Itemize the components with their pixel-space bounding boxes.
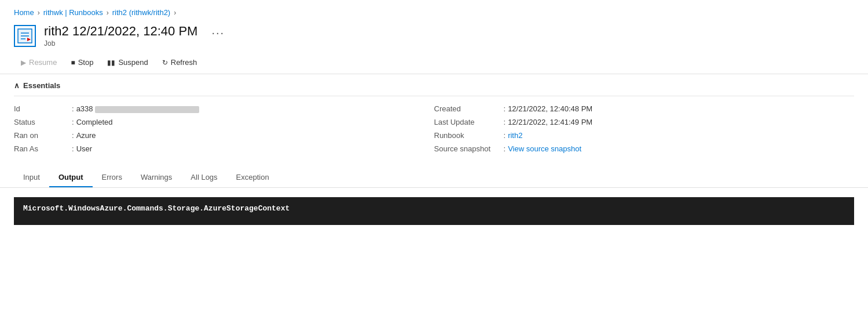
essentials-label-status: Status	[14, 118, 72, 126]
more-options-button[interactable]: ···	[211, 26, 225, 39]
essentials-row-runbook: Runbook : rith2	[434, 129, 855, 142]
essentials-sep-lastupdate: :	[504, 118, 506, 126]
stop-label: Stop	[78, 58, 94, 67]
essentials-label-id: Id	[14, 104, 72, 113]
tabs-bar: Input Output Errors Warnings All Logs Ex…	[0, 167, 868, 188]
essentials-left: Id : a338 Status : Completed Ran on : Az…	[14, 102, 434, 155]
essentials-value-lastupdate: 12/21/2022, 12:41:49 PM	[508, 118, 592, 126]
essentials-label-lastupdate: Last Update	[434, 118, 504, 126]
refresh-button[interactable]: ↻ Refresh	[155, 56, 204, 69]
resume-icon: ▶	[21, 59, 26, 67]
essentials-sep-ranon: :	[72, 131, 74, 140]
essentials-sep-ranas: :	[72, 144, 74, 153]
essentials-row-ranon: Ran on : Azure	[14, 129, 434, 142]
breadcrumb-sep-1: ›	[38, 9, 40, 17]
page-icon	[14, 25, 36, 47]
page-subtitle: Job	[44, 39, 197, 48]
page-title-area: rith2 12/21/2022, 12:40 PM Job	[44, 24, 197, 48]
suspend-icon: ▮▮	[107, 59, 115, 67]
essentials-row-created: Created : 12/21/2022, 12:40:48 PM	[434, 102, 855, 115]
breadcrumb-runbooks[interactable]: rithwk | Runbooks	[43, 8, 103, 17]
essentials-value-ranas: User	[76, 144, 92, 153]
breadcrumb: Home › rithwk | Runbooks › rith2 (rithwk…	[0, 0, 868, 21]
essentials-sep-status: :	[72, 118, 74, 126]
breadcrumb-home[interactable]: Home	[14, 8, 34, 17]
essentials-value-id: a338	[76, 104, 200, 113]
stop-button[interactable]: ■ Stop	[64, 56, 100, 69]
essentials-value-created: 12/21/2022, 12:40:48 PM	[508, 104, 592, 113]
essentials-label-runbook: Runbook	[434, 131, 504, 140]
tab-output[interactable]: Output	[49, 167, 93, 187]
breadcrumb-sep-3: ›	[174, 9, 176, 17]
stop-icon: ■	[71, 59, 75, 67]
resume-button[interactable]: ▶ Resume	[14, 56, 64, 69]
essentials-label: Essentials	[23, 81, 60, 90]
tab-exception[interactable]: Exception	[227, 167, 279, 187]
essentials-sep-runbook: :	[504, 131, 506, 140]
tab-errors[interactable]: Errors	[93, 167, 131, 187]
essentials-sep-sourcesnapshot: :	[504, 144, 506, 153]
essentials-label-ranas: Ran As	[14, 144, 72, 153]
essentials-row-ranas: Ran As : User	[14, 142, 434, 155]
essentials-label-sourcesnapshot: Source snapshot	[434, 144, 504, 153]
breadcrumb-sep-2: ›	[107, 9, 109, 17]
suspend-button[interactable]: ▮▮ Suspend	[100, 56, 155, 69]
essentials-row-sourcesnapshot: Source snapshot : View source snapshot	[434, 142, 855, 155]
essentials-value-runbook[interactable]: rith2	[508, 131, 522, 140]
tab-warnings[interactable]: Warnings	[131, 167, 181, 187]
toolbar: ▶ Resume ■ Stop ▮▮ Suspend ↻ Refresh	[0, 51, 868, 74]
essentials-label-created: Created	[434, 104, 504, 113]
essentials-right: Created : 12/21/2022, 12:40:48 PM Last U…	[434, 102, 855, 155]
tab-input[interactable]: Input	[14, 167, 49, 187]
page-header: rith2 12/21/2022, 12:40 PM Job ···	[0, 21, 868, 51]
output-area: Microsoft.WindowsAzure.Commands.Storage.…	[14, 197, 854, 225]
output-content: Microsoft.WindowsAzure.Commands.Storage.…	[23, 204, 290, 213]
resume-label: Resume	[29, 58, 57, 67]
breadcrumb-rith2[interactable]: rith2 (rithwk/rith2)	[112, 8, 170, 17]
refresh-icon: ↻	[162, 59, 168, 67]
essentials-value-sourcesnapshot[interactable]: View source snapshot	[508, 144, 581, 153]
essentials-section: ∧ Essentials Id : a338 Status : Complete…	[0, 74, 868, 161]
refresh-label: Refresh	[171, 58, 197, 67]
essentials-body: Id : a338 Status : Completed Ran on : Az…	[14, 96, 854, 161]
essentials-row-id: Id : a338	[14, 102, 434, 115]
essentials-value-ranon: Azure	[76, 131, 96, 140]
page-title: rith2 12/21/2022, 12:40 PM	[44, 24, 197, 39]
essentials-collapse-icon[interactable]: ∧	[14, 81, 20, 90]
tab-alllogs[interactable]: All Logs	[181, 167, 226, 187]
essentials-row-status: Status : Completed	[14, 115, 434, 129]
essentials-row-lastupdate: Last Update : 12/21/2022, 12:41:49 PM	[434, 115, 855, 129]
suspend-label: Suspend	[118, 58, 148, 67]
essentials-sep-created: :	[504, 104, 506, 113]
essentials-sep-id: :	[72, 104, 74, 113]
essentials-header: ∧ Essentials	[14, 74, 854, 96]
essentials-value-status: Completed	[76, 118, 113, 126]
essentials-label-ranon: Ran on	[14, 131, 72, 140]
